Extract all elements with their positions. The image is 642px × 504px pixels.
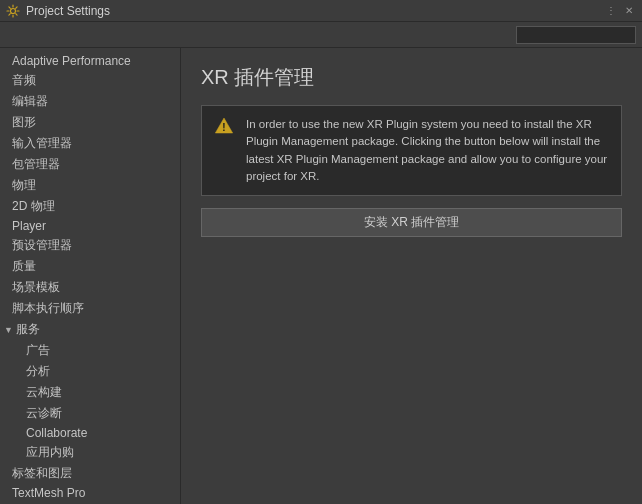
settings-icon — [6, 4, 20, 18]
sidebar-section-label: 服务 — [16, 321, 40, 338]
triangle-icon: ▼ — [4, 325, 13, 335]
sidebar-item-cloud-diagnostics[interactable]: 云诊断 — [0, 403, 180, 424]
sidebar-item-preset-manager[interactable]: 预设管理器 — [0, 235, 180, 256]
sidebar-item-scene-template[interactable]: 场景模板 — [0, 277, 180, 298]
title-bar: Project Settings ⋮ ✕ — [0, 0, 642, 22]
main-layout: Adaptive Performance音频编辑器图形输入管理器包管理器物理2D… — [0, 48, 642, 504]
sidebar-item-tags-layers[interactable]: 标签和图层 — [0, 463, 180, 484]
sidebar-item-collaborate[interactable]: Collaborate — [0, 424, 180, 442]
search-input[interactable] — [516, 26, 636, 44]
warning-icon: ! — [214, 116, 234, 136]
menu-button[interactable]: ⋮ — [604, 4, 618, 18]
sidebar-item-cloud-build[interactable]: 云构建 — [0, 382, 180, 403]
sidebar-item-audio[interactable]: 音频 — [0, 70, 180, 91]
sidebar-item-physics-2d[interactable]: 2D 物理 — [0, 196, 180, 217]
sidebar-item-script-execution[interactable]: 脚本执行顺序 — [0, 298, 180, 319]
sidebar-item-in-app-purchase[interactable]: 应用内购 — [0, 442, 180, 463]
close-button[interactable]: ✕ — [622, 4, 636, 18]
warning-box: ! In order to use the new XR Plugin syst… — [201, 105, 622, 196]
sidebar-item-input-manager[interactable]: 输入管理器 — [0, 133, 180, 154]
title-bar-left: Project Settings — [6, 4, 110, 18]
sidebar-item-analytics[interactable]: 分析 — [0, 361, 180, 382]
sidebar-section-services[interactable]: ▼服务 — [0, 319, 180, 340]
sidebar-item-adaptive-performance[interactable]: Adaptive Performance — [0, 52, 180, 70]
content-area: XR 插件管理 ! In order to use the new XR Plu… — [181, 48, 642, 504]
search-wrapper — [516, 26, 636, 44]
svg-point-0 — [11, 8, 16, 13]
sidebar-item-physics[interactable]: 物理 — [0, 175, 180, 196]
svg-text:!: ! — [222, 122, 225, 133]
install-button[interactable]: 安装 XR 插件管理 — [201, 208, 622, 237]
header-area — [0, 22, 642, 48]
content-title: XR 插件管理 — [201, 64, 622, 91]
warning-text: In order to use the new XR Plugin system… — [246, 116, 609, 185]
sidebar-item-textmesh-pro[interactable]: TextMesh Pro — [0, 484, 180, 502]
sidebar-item-package-manager[interactable]: 包管理器 — [0, 154, 180, 175]
sidebar-item-quality[interactable]: 质量 — [0, 256, 180, 277]
sidebar-item-ads[interactable]: 广告 — [0, 340, 180, 361]
sidebar: Adaptive Performance音频编辑器图形输入管理器包管理器物理2D… — [0, 48, 181, 504]
sidebar-item-editor[interactable]: 编辑器 — [0, 91, 180, 112]
window-title: Project Settings — [26, 4, 110, 18]
title-bar-controls: ⋮ ✕ — [604, 4, 636, 18]
sidebar-item-player[interactable]: Player — [0, 217, 180, 235]
sidebar-item-graphics[interactable]: 图形 — [0, 112, 180, 133]
